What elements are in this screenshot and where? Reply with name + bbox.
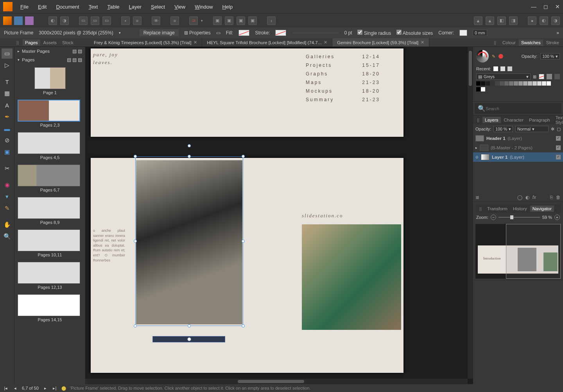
- blend-mode[interactable]: Normal ▾: [515, 126, 549, 132]
- toolbar-icon[interactable]: ≡: [133, 16, 142, 25]
- toolbar-icon[interactable]: ▭: [79, 16, 88, 25]
- zoom-out-icon[interactable]: −: [491, 215, 496, 220]
- panel-opts-icon[interactable]: ▤ ▤ ▤: [67, 57, 82, 63]
- tab-pages[interactable]: Pages: [23, 39, 40, 46]
- close-icon[interactable]: ✕: [555, 4, 560, 10]
- rectangle-tool-icon[interactable]: ▬: [2, 124, 13, 134]
- zoom-in-icon[interactable]: +: [554, 215, 560, 220]
- master-pages-label[interactable]: Master Pages: [22, 49, 50, 54]
- expand-icon[interactable]: ▸: [475, 146, 477, 150]
- arrange-icon[interactable]: ▣: [237, 16, 245, 25]
- toolbar-icon[interactable]: ≡: [170, 16, 179, 25]
- last-page-icon[interactable]: ▸|: [52, 385, 57, 391]
- eyedropper-tool-icon[interactable]: ✎: [2, 203, 13, 213]
- toolbar-icon[interactable]: ◐: [48, 16, 57, 25]
- page-spread-top[interactable]: pure, joy leaves. Galleries12-14 Project…: [91, 48, 403, 137]
- absolute-sizes-check[interactable]: Absolute sizes: [396, 30, 433, 36]
- mask-icon[interactable]: ◯: [517, 195, 522, 200]
- search-field[interactable]: 🔍: [475, 103, 561, 114]
- move-tool-icon[interactable]: ▭: [2, 48, 13, 59]
- page-thumb[interactable]: Pages 6,7: [18, 165, 82, 192]
- tab-navigator[interactable]: Navigator: [530, 206, 554, 212]
- gear-icon[interactable]: ✲: [551, 127, 554, 132]
- tab-assets[interactable]: Assets: [41, 39, 59, 46]
- menu-layer[interactable]: Layer: [129, 4, 142, 10]
- toolbar-icon[interactable]: ▭: [102, 16, 111, 25]
- swap-color-icon[interactable]: [498, 54, 503, 59]
- rotate-icon[interactable]: ◧: [497, 16, 506, 25]
- arrange-icon[interactable]: ▣: [248, 16, 257, 25]
- grey-swatch[interactable]: [554, 74, 560, 79]
- adjust-icon[interactable]: ◐: [525, 195, 529, 200]
- hand-tool-icon[interactable]: ✋: [2, 220, 13, 230]
- close-tab-icon[interactable]: ✕: [421, 40, 424, 45]
- frame-dims[interactable]: 3000x2002 pixels @ 235dpi (255%): [39, 30, 113, 36]
- flip-icon[interactable]: ▲: [486, 16, 494, 25]
- page-thumb[interactable]: Pages 4,5: [18, 132, 82, 160]
- opacity-value[interactable]: 100 % ▾: [540, 53, 560, 59]
- palette-select[interactable]: ▤ Greys▾: [476, 73, 531, 80]
- menu-table[interactable]: Table: [107, 4, 119, 10]
- prev-page-icon[interactable]: ◂: [13, 385, 18, 391]
- photo-right[interactable]: [302, 224, 401, 330]
- table-tool-icon[interactable]: ▦: [2, 88, 13, 98]
- tab-stock[interactable]: Stock: [60, 39, 76, 46]
- page-thumb[interactable]: Pages 12,13: [18, 262, 82, 290]
- search-input[interactable]: [486, 106, 558, 111]
- tab-colour[interactable]: Colour: [500, 39, 518, 46]
- add-swatch-icon[interactable]: ⊞: [533, 74, 536, 79]
- pen-tool-icon[interactable]: ✒: [2, 112, 13, 122]
- vscrollbar[interactable]: [468, 47, 473, 379]
- flip-icon[interactable]: ▲: [474, 16, 482, 25]
- corner-value[interactable]: 0 mm: [473, 30, 487, 36]
- tab-character[interactable]: Character: [502, 117, 526, 123]
- doc-tab[interactable]: Gemini Brochure [Locked] (59.3%) [Trial]…: [332, 38, 429, 47]
- transparency-tool-icon[interactable]: ▾: [2, 192, 13, 202]
- layer-row[interactable]: ▸ (B-Master - 2 Pages): [473, 143, 563, 152]
- menu-window[interactable]: Window: [195, 4, 213, 10]
- zoom-slider[interactable]: [498, 217, 540, 218]
- page-thumbnails[interactable]: Page 1 Pages 2,3 Pages 4,5 Pages 6,7 Pag…: [14, 64, 85, 384]
- swatch-grid[interactable]: [476, 81, 560, 86]
- none-swatch[interactable]: [539, 74, 544, 79]
- zoom-tool-icon[interactable]: 🔍: [2, 231, 13, 242]
- menu-view[interactable]: View: [174, 4, 185, 10]
- rotate-icon[interactable]: ◨: [509, 16, 518, 25]
- stroke-swatch[interactable]: [275, 30, 286, 36]
- tab-paragraph[interactable]: Paragraph: [527, 117, 552, 123]
- stroke-width[interactable]: 0 pt: [344, 30, 352, 36]
- next-page-icon[interactable]: ▸: [43, 385, 48, 391]
- boolean-icon[interactable]: ◑: [551, 16, 560, 25]
- grey-swatch[interactable]: [547, 74, 552, 79]
- expand-icon[interactable]: ⊙: [475, 155, 479, 159]
- layer-opacity-value[interactable]: 100 % ▾: [493, 126, 513, 132]
- fill-swatch[interactable]: [238, 30, 249, 36]
- minimize-icon[interactable]: —: [531, 4, 536, 10]
- menu-document[interactable]: Document: [56, 4, 79, 10]
- visibility-check[interactable]: [556, 136, 561, 141]
- page-thumb[interactable]: Pages 8,9: [18, 197, 82, 225]
- fill-tool-icon[interactable]: ◉: [2, 180, 13, 190]
- navigator-view[interactable]: Introduction: [475, 224, 561, 279]
- crop-tool-icon[interactable]: ✂: [2, 163, 13, 174]
- artistic-text-tool-icon[interactable]: A: [2, 100, 13, 110]
- page-thumb[interactable]: Page 1: [18, 67, 82, 95]
- persona-photo-icon[interactable]: [25, 16, 34, 25]
- node-tool-icon[interactable]: ▷: [2, 60, 13, 70]
- align-icon[interactable]: ⫞: [267, 16, 276, 25]
- tab-layers[interactable]: Layers: [482, 117, 501, 123]
- layer-row[interactable]: Header 1(Layer): [473, 134, 563, 143]
- properties-button[interactable]: ⊞ Properties: [184, 30, 211, 36]
- picture-frame-tool-icon[interactable]: ▣: [2, 147, 13, 157]
- tab-stroke[interactable]: Stroke: [544, 39, 561, 46]
- doc-tab[interactable]: Frey & König Timepieces [Locked] (53.3%)…: [89, 38, 202, 47]
- visibility-check[interactable]: [556, 155, 561, 159]
- boolean-icon[interactable]: ◐: [540, 16, 548, 25]
- close-tab-icon[interactable]: ✕: [194, 40, 197, 45]
- single-radius-check[interactable]: Single radius: [357, 30, 391, 36]
- snap-icon[interactable]: ⊃: [189, 16, 198, 25]
- menu-select[interactable]: Select: [151, 4, 165, 10]
- corner-type[interactable]: [459, 30, 467, 36]
- disclosure-icon[interactable]: ▸: [18, 49, 20, 53]
- persona-designer-icon[interactable]: [14, 16, 23, 25]
